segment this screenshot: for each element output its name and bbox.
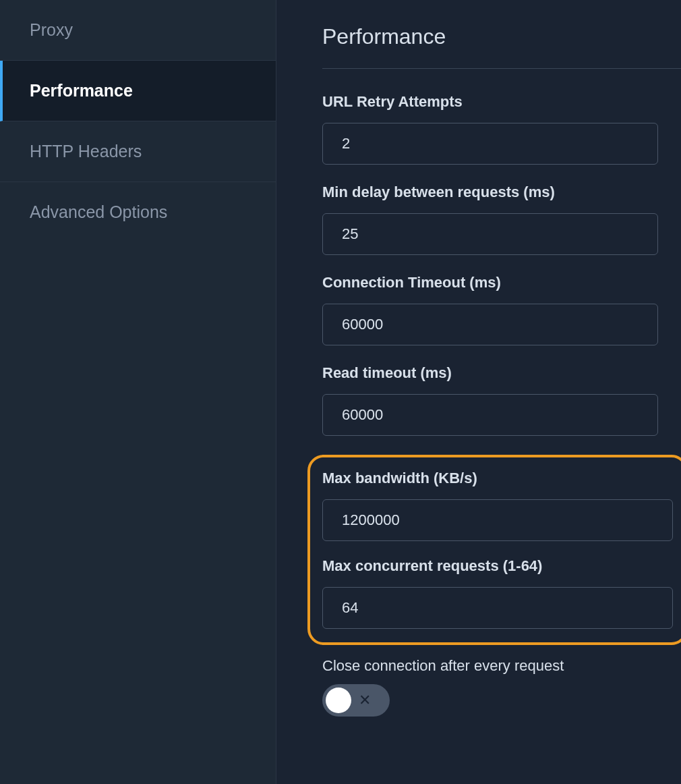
highlight-box: Max bandwidth (KB/s) Max concurrent requ… — [307, 455, 681, 645]
sidebar: Proxy Performance HTTP Headers Advanced … — [0, 0, 276, 784]
main-panel: Performance URL Retry Attempts Min delay… — [276, 0, 681, 784]
toggle-knob — [326, 688, 351, 713]
label-min-delay: Min delay between requests (ms) — [322, 184, 681, 201]
input-min-delay[interactable] — [322, 213, 658, 255]
form-group-max-concurrent: Max concurrent requests (1-64) — [322, 557, 673, 629]
label-max-concurrent: Max concurrent requests (1-64) — [322, 557, 673, 575]
sidebar-item-proxy[interactable]: Proxy — [0, 0, 276, 61]
label-conn-timeout: Connection Timeout (ms) — [322, 274, 681, 291]
form-group-read-timeout: Read timeout (ms) — [322, 364, 681, 436]
label-read-timeout: Read timeout (ms) — [322, 364, 681, 382]
close-icon: ✕ — [359, 692, 371, 709]
sidebar-item-performance[interactable]: Performance — [0, 61, 276, 121]
form-group-url-retry: URL Retry Attempts — [322, 93, 681, 165]
form-group-max-bandwidth: Max bandwidth (KB/s) — [322, 470, 673, 541]
sidebar-item-advanced-options[interactable]: Advanced Options — [0, 182, 276, 242]
divider — [322, 68, 681, 69]
label-close-conn: Close connection after every request — [322, 657, 681, 675]
sidebar-item-http-headers[interactable]: HTTP Headers — [0, 121, 276, 182]
form-group-min-delay: Min delay between requests (ms) — [322, 184, 681, 255]
form-group-conn-timeout: Connection Timeout (ms) — [322, 274, 681, 345]
input-conn-timeout[interactable] — [322, 304, 658, 345]
label-max-bandwidth: Max bandwidth (KB/s) — [322, 470, 673, 487]
label-url-retry: URL Retry Attempts — [322, 93, 681, 111]
toggle-close-conn[interactable]: ✕ — [322, 684, 390, 717]
input-max-concurrent[interactable] — [322, 587, 673, 629]
form-group-close-conn: Close connection after every request ✕ — [322, 657, 681, 717]
page-title: Performance — [322, 24, 681, 49]
input-max-bandwidth[interactable] — [322, 499, 673, 541]
input-read-timeout[interactable] — [322, 394, 658, 436]
input-url-retry[interactable] — [322, 123, 658, 165]
